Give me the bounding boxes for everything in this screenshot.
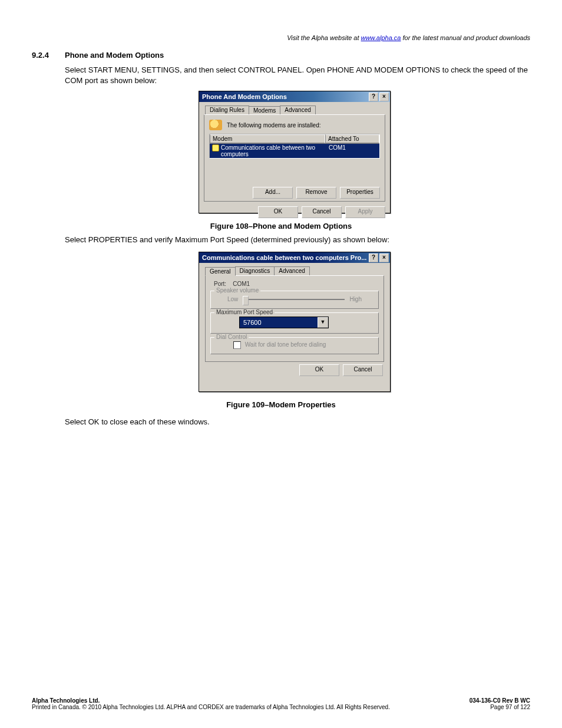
dialog2-titlebar: Communications cable between two compute…	[199, 252, 390, 263]
dialog2-title: Communications cable between two compute…	[202, 254, 366, 261]
slider-high-label: High	[349, 296, 362, 302]
apply-button[interactable]: Apply	[345, 206, 385, 218]
phone-modem-options-dialog: Phone And Modem Options ? × Dialing Rule…	[199, 91, 391, 213]
col-modem[interactable]: Modem	[210, 134, 325, 143]
footer-page: Page 97 of 122	[490, 704, 530, 710]
dialog1-tabs: Dialing Rules Modems Advanced	[205, 106, 390, 114]
modem-row-port: COM1	[329, 144, 377, 157]
col-attached-to[interactable]: Attached To	[325, 134, 379, 143]
section-title: Phone and Modem Options	[65, 51, 164, 60]
modem-properties-dialog: Communications cable between two compute…	[199, 252, 391, 392]
port-label: Port:	[214, 281, 226, 287]
paragraph-3: Select OK to close each of these windows…	[65, 417, 530, 427]
speaker-volume-group: Speaker volume Low High	[210, 291, 379, 309]
paragraph-1: Select START MENU, SETTINGS, and then se…	[65, 65, 530, 85]
wait-dialtone-label: Wait for dial tone before dialing	[245, 341, 326, 348]
modem-row[interactable]: Communications cable between two compute…	[210, 144, 379, 158]
tab-advanced[interactable]: Advanced	[280, 106, 315, 114]
port-speed-value: 57600	[240, 319, 318, 326]
modem-icon	[209, 120, 222, 130]
help-icon[interactable]: ?	[369, 253, 378, 262]
figure-108-caption: Figure 108–Phone and Modem Options	[0, 222, 562, 230]
tab-general[interactable]: General	[205, 267, 236, 276]
port-value: COM1	[233, 281, 250, 287]
paragraph-2: Select PROPERTIES and verify Maximum Por…	[65, 235, 530, 245]
volume-slider[interactable]	[243, 299, 345, 300]
footer-company: Alpha Technologies Ltd.	[32, 697, 100, 704]
header-link[interactable]: www.alpha.ca	[361, 34, 401, 41]
installed-modems-label: The following modems are installed:	[227, 122, 321, 129]
tab-modems[interactable]: Modems	[249, 106, 280, 115]
modem-row-name: Communications cable between two compute…	[221, 144, 329, 157]
figure-109-caption: Figure 109–Modem Properties	[0, 400, 562, 409]
cancel-button[interactable]: Cancel	[302, 206, 342, 218]
tab-dialing-rules[interactable]: Dialing Rules	[205, 106, 249, 114]
slider-thumb[interactable]	[243, 296, 249, 305]
ok-button-2[interactable]: OK	[299, 364, 339, 376]
dialog1-title: Phone And Modem Options	[202, 93, 287, 100]
wait-dialtone-checkbox[interactable]	[233, 341, 241, 349]
ok-button[interactable]: OK	[258, 206, 298, 218]
chevron-down-icon[interactable]: ▼	[318, 317, 328, 328]
dial-control-group: Dial Control Wait for dial tone before d…	[210, 337, 379, 354]
max-port-speed-legend: Maximum Port Speed	[214, 309, 275, 315]
header-suffix: for the latest manual and product downlo…	[401, 34, 530, 41]
add-button[interactable]: Add...	[253, 187, 293, 199]
help-icon[interactable]: ?	[369, 93, 378, 101]
modem-listbox[interactable]: Modem Attached To Communications cable b…	[209, 134, 380, 159]
cancel-button-2[interactable]: Cancel	[343, 364, 383, 376]
remove-button[interactable]: Remove	[296, 187, 336, 199]
footer-copyright: Printed in Canada. © 2010 Alpha Technolo…	[32, 704, 390, 710]
dial-control-legend: Dial Control	[214, 334, 249, 340]
tab-advanced-2[interactable]: Advanced	[274, 266, 309, 275]
dialog1-titlebar: Phone And Modem Options ? ×	[199, 91, 390, 102]
port-speed-combobox[interactable]: 57600 ▼	[239, 317, 329, 328]
close-icon[interactable]: ×	[379, 253, 389, 262]
modem-row-icon	[212, 144, 219, 151]
header-note: Visit the Alpha website at www.alpha.ca …	[287, 34, 530, 41]
dialog1-tabpane: The following modems are installed: Mode…	[204, 114, 385, 202]
properties-button[interactable]: Properties	[340, 187, 380, 199]
page-footer: Alpha Technologies Ltd. 034-136-C0 Rev B…	[32, 697, 530, 710]
section-number: 9.2.4	[32, 51, 49, 60]
slider-low-label: Low	[227, 296, 238, 302]
header-prefix: Visit the Alpha website at	[287, 34, 361, 41]
max-port-speed-group: Maximum Port Speed 57600 ▼	[210, 312, 379, 334]
tab-diagnostics[interactable]: Diagnostics	[235, 266, 275, 275]
close-icon[interactable]: ×	[379, 93, 389, 101]
footer-docnum: 034-136-C0 Rev B WC	[470, 697, 530, 704]
speaker-volume-legend: Speaker volume	[214, 287, 260, 294]
